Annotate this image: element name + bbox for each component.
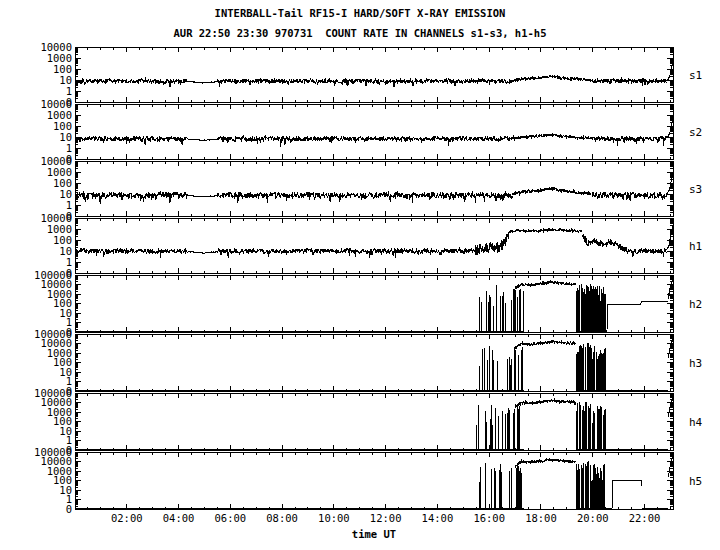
panel-frame [75,218,673,273]
series-h1 [76,249,187,259]
series-h5 [612,480,642,508]
series-h3 [515,341,576,349]
series-h5 [515,459,576,467]
panel-frame [75,161,673,216]
panel-frame [75,47,673,102]
x-tick-label: 12:00 [370,512,402,524]
channel-label: h1 [689,240,702,253]
x-tick-label: 18:00 [525,512,557,524]
series-h1 [475,233,509,256]
series-h5 [576,461,592,508]
series-h1 [217,249,474,259]
channel-label: h2 [689,298,702,311]
x-tick-label: 16:00 [473,512,505,524]
series-h4 [576,402,592,450]
series-h5 [513,464,525,508]
panel-s1: 1000010001001010s1 [40,41,702,108]
series-h1 [188,251,218,253]
series-h1 [626,249,666,257]
panel-s2: 1000010001001010s2 [40,98,702,165]
series-s3 [217,192,512,203]
series-s2 [188,139,218,141]
panel-h2: 1000001000010001001010h2 [34,269,702,338]
series-h3 [513,347,525,391]
series-s3 [513,188,592,195]
channel-label: s2 [689,126,702,139]
series-s3 [592,192,667,201]
channel-label: h3 [689,357,702,370]
x-tick-label: 08:00 [266,512,298,524]
panel-h5: 1000001000010001001010h5 [34,446,702,515]
x-tick-label: 20:00 [577,512,609,524]
series-h2 [576,284,592,332]
series-h4 [592,406,608,449]
series-h1 [667,226,673,250]
x-axis-label: time UT [75,528,673,540]
series-h2 [592,286,608,332]
x-tick-label: 10:00 [318,512,350,524]
series-h2 [607,302,668,332]
series-s1 [188,81,218,83]
series-h4 [513,406,525,450]
y-tick-label: 0 [66,503,72,515]
x-tick-label: 02:00 [111,512,143,524]
series-s3 [76,192,187,203]
panel-frame [75,104,673,159]
x-axis: 02:0004:0006:0008:0010:0012:0014:0016:00… [111,512,660,524]
channel-label: h5 [689,475,702,488]
x-tick-label: 06:00 [215,512,247,524]
series-h2 [476,285,512,332]
series-h4 [515,400,576,407]
series-h2 [513,289,525,331]
series-s1 [76,79,187,87]
series-s1 [513,75,592,81]
x-tick-label: 22:00 [629,512,661,524]
series-h4 [476,405,512,450]
panel-h3: 1000001000010001001010h3 [34,328,702,397]
channel-label: s1 [689,69,702,82]
series-s1 [592,79,667,86]
series-h3 [592,346,606,391]
series-h5 [592,464,606,509]
series-h1 [582,235,626,252]
series-s1 [217,79,512,88]
series-h1 [509,229,583,233]
series-h5 [476,463,512,509]
panel-h1: 1000010001001010h1 [40,212,702,279]
panel-s3: 1000010001001010s3 [40,155,702,222]
panel-h4: 1000001000010001001010h4 [34,387,703,456]
channel-label: h4 [689,416,703,429]
series-h3 [576,343,592,390]
chart-canvas: 1000010001001010s11000010001001010s21000… [0,0,720,550]
series-s2 [217,137,512,147]
x-tick-label: 04:00 [163,512,195,524]
series-s2 [513,134,592,139]
series-s2 [76,137,187,146]
x-tick-label: 14:00 [422,512,454,524]
series-s3 [188,195,218,197]
channel-label: s3 [689,183,702,196]
series-s2 [592,137,667,147]
series-h3 [476,346,512,390]
plot-page: INTERBALL-Tail RF15-I HARD/SOFT X-RAY EM… [0,0,720,550]
series-h2 [515,282,576,288]
